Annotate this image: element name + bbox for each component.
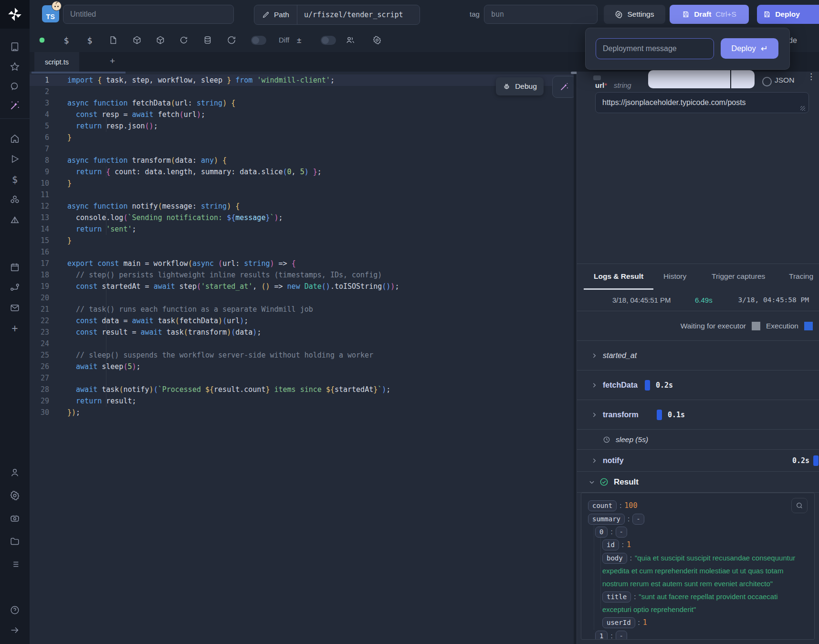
- draft-button[interactable]: Draft Ctrl+S: [670, 5, 749, 24]
- diff-toggle[interactable]: [251, 36, 266, 45]
- json-row[interactable]: id:1: [588, 538, 808, 551]
- kebab-menu-icon[interactable]: ⋮: [807, 75, 814, 78]
- tag-input[interactable]: [484, 5, 598, 24]
- chevron-down-icon[interactable]: [588, 479, 595, 486]
- multiplayer-toggle[interactable]: [321, 36, 336, 45]
- end-time: 3/18, 04:45:58 PM: [738, 296, 809, 304]
- home-icon[interactable]: [10, 133, 20, 144]
- json-row[interactable]: 0:-: [588, 525, 808, 538]
- file-icon[interactable]: [109, 36, 118, 45]
- timeline-row-notify[interactable]: notify 0.2s: [577, 450, 819, 472]
- code-line: 3async function fetchData(url: string) {: [30, 97, 574, 109]
- database-icon[interactable]: [203, 36, 212, 45]
- code-line: 28 await task(notify)(`Processed ${resul…: [30, 384, 574, 395]
- draft-label: Draft: [694, 10, 711, 19]
- test-button[interactable]: [648, 70, 755, 88]
- timeline-row-started-at[interactable]: started_at: [577, 341, 819, 370]
- user-icon[interactable]: [10, 467, 20, 478]
- chevron-right-icon[interactable]: [591, 457, 598, 464]
- popover-deploy-button[interactable]: Deploy ↵: [721, 38, 778, 59]
- url-input[interactable]: [595, 92, 809, 113]
- deployment-message-input[interactable]: [596, 38, 714, 59]
- folders-icon[interactable]: [10, 536, 20, 547]
- code-line: 27: [30, 372, 574, 384]
- json-toggle[interactable]: [762, 77, 772, 86]
- timeline-row-fetchdata[interactable]: fetchData 0.2s: [577, 370, 819, 400]
- json-row[interactable]: body:"quia et suscipit suscipit recusand…: [588, 551, 808, 590]
- search-result-icon[interactable]: [791, 498, 808, 513]
- package-icon[interactable]: [132, 35, 142, 45]
- json-row[interactable]: userId:1: [588, 616, 808, 629]
- add-tab-button[interactable]: +: [110, 56, 115, 66]
- tab-script-ts[interactable]: script.ts: [34, 52, 79, 72]
- rotate-icon[interactable]: [179, 36, 189, 45]
- mail-icon[interactable]: [10, 303, 20, 313]
- settings-button[interactable]: Settings: [604, 5, 665, 24]
- tab-history[interactable]: History: [663, 272, 686, 281]
- audit-list-icon[interactable]: [10, 559, 20, 570]
- search-icon[interactable]: [10, 81, 20, 92]
- legend-waiting-label: Waiting for executor: [681, 322, 746, 330]
- chevron-right-icon[interactable]: [591, 382, 598, 389]
- assets-dollar-icon[interactable]: $: [64, 35, 69, 45]
- chevron-right-icon[interactable]: [591, 352, 598, 359]
- chevron-right-icon[interactable]: [591, 412, 598, 418]
- deploy-main[interactable]: Deploy: [757, 5, 806, 24]
- ai-assist-button[interactable]: [552, 76, 576, 98]
- code-line: 6}: [30, 132, 574, 143]
- result-row[interactable]: Result: [577, 472, 819, 493]
- json-row[interactable]: count:100: [588, 499, 808, 512]
- schedules-pyramid-icon[interactable]: [10, 215, 20, 226]
- tab-trigger-captures[interactable]: Trigger captures: [712, 272, 765, 281]
- json-row[interactable]: summary:-: [588, 512, 808, 525]
- calendar-icon[interactable]: [10, 262, 20, 273]
- code-line: 20: [30, 292, 574, 304]
- debug-label: Debug: [515, 82, 537, 91]
- ai-wand-icon[interactable]: [10, 100, 21, 111]
- step-name: transform: [603, 411, 640, 419]
- tab-logs-result[interactable]: Logs & Result: [594, 272, 643, 281]
- step-duration: 0.2s: [656, 381, 673, 390]
- tab-tracing[interactable]: Tracing: [789, 272, 813, 281]
- variables-dollar-icon[interactable]: $: [87, 35, 93, 45]
- script-title-input[interactable]: [63, 5, 234, 24]
- sidebar: $ +: [0, 0, 30, 644]
- timeline-row-transform[interactable]: transform 0.1s: [577, 400, 819, 430]
- required-asterisk: *: [604, 81, 607, 89]
- path-value[interactable]: u/rfiszel/tender_script: [297, 5, 410, 24]
- editor-scroll-indicator[interactable]: [32, 72, 126, 74]
- resize-grip-icon[interactable]: [800, 106, 805, 111]
- magic-wand-icon: [559, 82, 569, 92]
- deploy-label: Deploy: [775, 10, 800, 19]
- path-label-wrap[interactable]: Path: [254, 5, 297, 24]
- variables-dollar-icon[interactable]: $: [12, 174, 18, 185]
- refresh-icon[interactable]: [227, 36, 236, 45]
- json-row[interactable]: 1:-: [588, 629, 808, 640]
- help-icon[interactable]: [10, 605, 20, 615]
- package2-icon[interactable]: [156, 35, 165, 45]
- workspace-building-icon[interactable]: [10, 42, 20, 52]
- code-line: 2: [30, 86, 574, 97]
- path-group[interactable]: Path u/rfiszel/tender_script: [254, 5, 420, 25]
- deploy-split-button[interactable]: Deploy: [757, 5, 819, 24]
- code-editor[interactable]: 1import { task, step, workflow, sleep } …: [30, 72, 574, 644]
- code-line: 11: [30, 189, 574, 201]
- windmill-logo[interactable]: [0, 0, 30, 29]
- routes-flow-icon[interactable]: [10, 282, 21, 293]
- favorites-star-icon[interactable]: [10, 62, 20, 72]
- editor-settings-gear-icon[interactable]: [373, 36, 382, 45]
- settings-gear-icon[interactable]: [10, 490, 20, 501]
- resources-cubes-icon[interactable]: [10, 195, 21, 206]
- workers-bot-icon[interactable]: [10, 513, 21, 524]
- runs-play-icon[interactable]: [10, 154, 20, 164]
- plusminus-icon[interactable]: ±: [297, 36, 301, 45]
- json-row[interactable]: title:"sunt aut facere repellat providen…: [588, 590, 808, 616]
- collapse-arrow-icon[interactable]: [10, 625, 20, 635]
- add-plus-icon[interactable]: +: [11, 322, 18, 335]
- timeline-legend: Waiting for executor Execution: [577, 311, 819, 341]
- execution-bar: [657, 410, 662, 420]
- code-line: 24: [30, 338, 574, 349]
- debug-button[interactable]: Debug: [496, 77, 544, 95]
- collapse-handle[interactable]: [593, 75, 601, 80]
- users-icon[interactable]: [346, 35, 355, 45]
